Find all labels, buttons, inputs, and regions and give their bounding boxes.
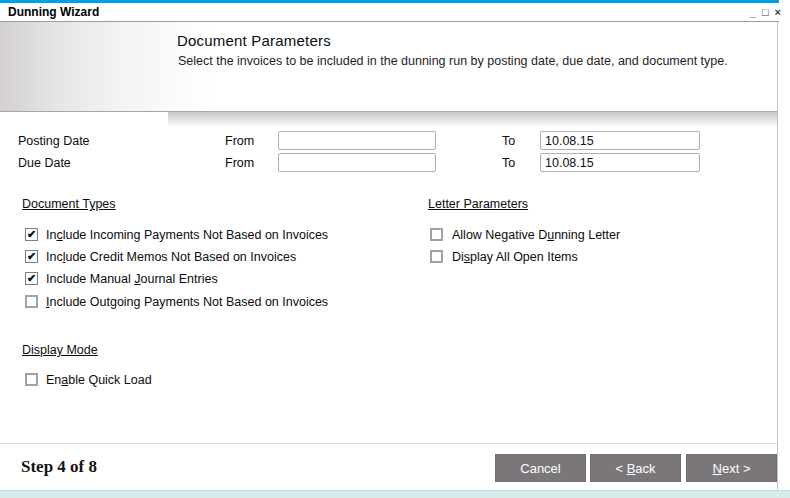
- due-date-to-input[interactable]: [540, 153, 700, 172]
- back-button[interactable]: < Back: [590, 454, 681, 482]
- include-outgoing-payments-checkbox[interactable]: [25, 295, 38, 308]
- label-text: Allow Negative D: [452, 228, 547, 242]
- posting-date-to-label: To: [502, 134, 515, 148]
- title-bar: Dunning Wizard _ □ ×: [0, 3, 790, 21]
- label-text: Inc: [46, 250, 63, 264]
- due-date-to-label: To: [502, 156, 515, 170]
- due-date-label: Due Date: [18, 156, 71, 170]
- include-incoming-payments-checkbox[interactable]: ✔: [25, 228, 38, 241]
- label-text: ude Credit Memos Not Based on Invoices: [65, 250, 296, 264]
- label-text: nning Letter: [554, 228, 620, 242]
- cancel-button[interactable]: Cancel: [495, 454, 586, 482]
- mnemonic-letter: N: [713, 461, 722, 476]
- window-right-border: [777, 22, 778, 490]
- window-bottom-strip: [0, 490, 790, 498]
- posting-date-label: Posting Date: [18, 134, 90, 148]
- step-indicator: Step 4 of 8: [21, 457, 97, 477]
- posting-date-to-input[interactable]: [540, 131, 700, 150]
- allow-negative-dunning-letter-checkbox[interactable]: [430, 228, 443, 241]
- posting-date-from-input[interactable]: [278, 131, 436, 150]
- enable-quick-load-checkbox[interactable]: [25, 373, 38, 386]
- allow-negative-dunning-letter-label[interactable]: Allow Negative Dunning Letter: [452, 228, 620, 242]
- include-credit-memos-checkbox[interactable]: ✔: [25, 250, 38, 263]
- include-incoming-payments-label[interactable]: Include Incoming Payments Not Based on I…: [46, 228, 328, 242]
- label-text: In: [46, 228, 56, 242]
- button-label: <: [615, 461, 626, 476]
- wizard-header: Document Parameters Select the invoices …: [0, 22, 778, 112]
- include-outgoing-payments-label[interactable]: Include Outgoing Payments Not Based on I…: [46, 295, 328, 309]
- footer-divider: [0, 443, 778, 444]
- display-mode-heading: Display Mode: [22, 343, 98, 357]
- enable-quick-load-label[interactable]: Enable Quick Load: [46, 373, 152, 387]
- label-text: ournal Entries: [141, 272, 218, 286]
- maximize-icon[interactable]: □: [762, 5, 769, 19]
- include-manual-journal-entries-checkbox[interactable]: ✔: [25, 272, 38, 285]
- posting-date-from-label: From: [225, 134, 254, 148]
- page-title: Document Parameters: [177, 32, 331, 49]
- label-text: play All Open Items: [470, 250, 578, 264]
- include-credit-memos-label[interactable]: Include Credit Memos Not Based on Invoic…: [46, 250, 296, 264]
- window-controls: _ □ ×: [750, 3, 781, 21]
- button-label: ack: [635, 461, 655, 476]
- include-manual-journal-entries-label[interactable]: Include Manual Journal Entries: [46, 272, 218, 286]
- due-date-from-input[interactable]: [278, 153, 436, 172]
- dunning-wizard-window: Dunning Wizard _ □ × Document Parameters…: [0, 0, 790, 498]
- display-all-open-items-label[interactable]: Display All Open Items: [452, 250, 578, 264]
- button-label: ext >: [722, 461, 751, 476]
- label-text: Di: [452, 250, 464, 264]
- page-description: Select the invoices to be included in th…: [178, 53, 754, 69]
- close-icon[interactable]: ×: [775, 5, 781, 19]
- window-title: Dunning Wizard: [8, 5, 99, 19]
- label-text: lude Incoming Payments Not Based on Invo…: [63, 228, 328, 242]
- due-date-from-label: From: [225, 156, 254, 170]
- label-text: nclude Outgoing Payments Not Based on In…: [49, 295, 328, 309]
- letter-parameters-heading: Letter Parameters: [428, 197, 528, 211]
- display-all-open-items-checkbox[interactable]: [430, 250, 443, 263]
- label-text: En: [46, 373, 61, 387]
- next-button[interactable]: Next >: [686, 454, 777, 482]
- document-types-heading: Document Types: [22, 197, 116, 211]
- header-shadow-band: [168, 112, 778, 127]
- label-text: ble Quick Load: [68, 373, 151, 387]
- minimize-icon[interactable]: _: [750, 5, 756, 19]
- label-text: Include Manual: [46, 272, 134, 286]
